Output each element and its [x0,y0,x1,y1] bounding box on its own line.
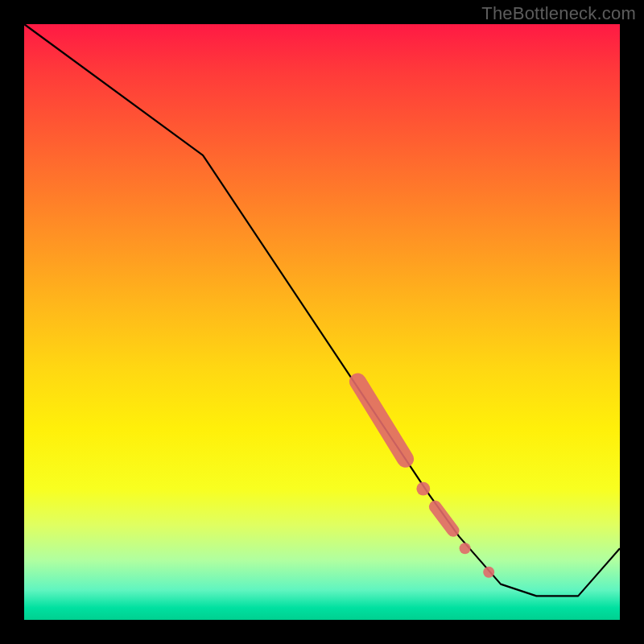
highlight-dot [483,567,494,578]
watermark-text: TheBottleneck.com [481,3,636,24]
plot-area [24,24,620,620]
chart-frame: TheBottleneck.com [0,0,644,644]
highlight-segment [436,506,453,530]
curve-layer [24,24,620,620]
highlight-dot [460,543,471,554]
highlight-segment [357,382,405,459]
bottleneck-curve [24,24,620,596]
highlight-dot [416,482,430,496]
